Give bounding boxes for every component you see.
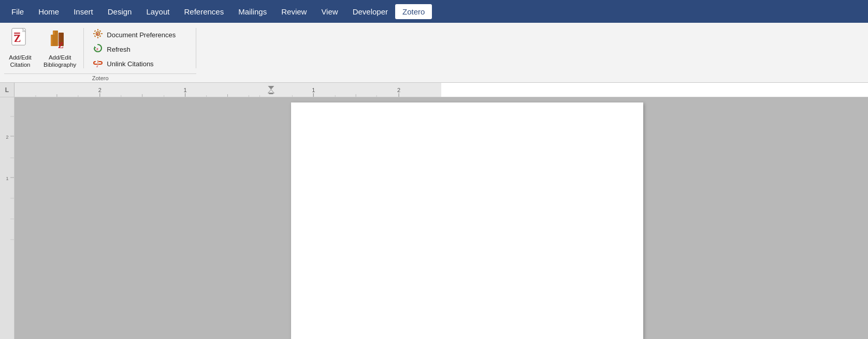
ribbon: Z Add/Edit Citation xyxy=(0,23,868,83)
zotero-group-label-row: Zotero xyxy=(4,73,196,82)
svg-rect-10 xyxy=(51,35,52,46)
svg-text:Z: Z xyxy=(96,32,99,36)
refresh-label: Refresh xyxy=(107,46,131,53)
menu-zotero[interactable]: Zotero xyxy=(395,4,432,19)
ribbon-separator-1 xyxy=(83,28,84,68)
svg-rect-16 xyxy=(93,33,95,34)
ribbon-small-buttons: Z Document Preferences Z xyxy=(86,25,194,71)
add-edit-citation-label: Add/Edit Citation xyxy=(9,54,31,69)
menu-design[interactable]: Design xyxy=(100,4,139,19)
document-area: 2 1 xyxy=(0,97,868,339)
menu-bar: File Home Insert Design Layout Reference… xyxy=(0,0,868,23)
zotero-group-content: Z Add/Edit Citation xyxy=(2,23,198,73)
svg-rect-18 xyxy=(94,30,96,32)
add-edit-bibliography-icon: Z xyxy=(49,26,71,52)
menu-layout[interactable]: Layout xyxy=(139,4,177,19)
svg-rect-4 xyxy=(14,35,18,36)
add-edit-bibliography-label: Add/Edit Bibliography xyxy=(44,54,76,69)
svg-text:Z: Z xyxy=(14,33,21,44)
svg-rect-45 xyxy=(269,93,273,94)
svg-text:2: 2 xyxy=(6,135,8,140)
unlink-citations-label: Unlink Citations xyxy=(107,60,153,68)
menu-home[interactable]: Home xyxy=(31,4,66,19)
document-preferences-label: Document Preferences xyxy=(107,31,176,39)
menu-review[interactable]: Review xyxy=(274,4,314,19)
svg-rect-19 xyxy=(99,30,102,32)
zotero-ribbon-group: Z Add/Edit Citation xyxy=(2,23,198,82)
svg-text:2: 2 xyxy=(98,86,102,93)
ruler-track: 2 1 1 2 xyxy=(15,83,868,97)
svg-text:1: 1 xyxy=(184,86,187,93)
svg-rect-15 xyxy=(97,37,98,38)
ribbon-separator-2 xyxy=(196,28,196,68)
svg-rect-3 xyxy=(14,33,20,34)
svg-text:1: 1 xyxy=(312,86,315,93)
ruler-white-area xyxy=(441,83,868,97)
svg-rect-66 xyxy=(0,97,15,339)
refresh-button[interactable]: Z Refresh xyxy=(88,42,192,56)
unlink-citations-button[interactable]: Z Unlink Citations xyxy=(88,57,192,70)
refresh-icon: Z xyxy=(92,43,104,56)
document-preferences-icon: Z xyxy=(92,28,104,41)
menu-developer[interactable]: Developer xyxy=(345,4,395,19)
document-preferences-button[interactable]: Z Document Preferences xyxy=(88,28,192,41)
add-edit-bibliography-button[interactable]: Z Add/Edit Bibliography xyxy=(38,25,81,70)
svg-text:1: 1 xyxy=(6,176,8,181)
vertical-ruler: 2 1 xyxy=(0,97,15,339)
menu-mailings[interactable]: Mailings xyxy=(231,4,274,19)
add-edit-citation-icon: Z xyxy=(9,26,32,52)
svg-marker-44 xyxy=(268,90,274,93)
document-canvas xyxy=(15,97,868,339)
document-page[interactable] xyxy=(291,102,643,339)
svg-rect-20 xyxy=(94,35,96,37)
vertical-ruler-svg: 2 1 xyxy=(0,97,15,339)
ruler-corner[interactable]: L xyxy=(0,83,15,97)
ruler-container: L 2 1 xyxy=(0,83,868,97)
unlink-citations-icon: Z xyxy=(92,57,104,70)
svg-rect-14 xyxy=(97,29,98,31)
svg-text:Z: Z xyxy=(96,65,98,68)
menu-references[interactable]: References xyxy=(177,4,231,19)
svg-marker-43 xyxy=(268,86,274,90)
menu-view[interactable]: View xyxy=(314,4,345,19)
add-edit-citation-button[interactable]: Z Add/Edit Citation xyxy=(2,25,38,70)
menu-file[interactable]: File xyxy=(4,4,31,19)
svg-text:Z: Z xyxy=(58,41,64,49)
svg-text:Z: Z xyxy=(96,48,98,51)
svg-rect-17 xyxy=(101,33,103,34)
menu-insert[interactable]: Insert xyxy=(66,4,100,19)
svg-text:2: 2 xyxy=(397,86,400,93)
svg-rect-21 xyxy=(99,35,102,37)
zotero-group-label: Zotero xyxy=(92,75,109,81)
